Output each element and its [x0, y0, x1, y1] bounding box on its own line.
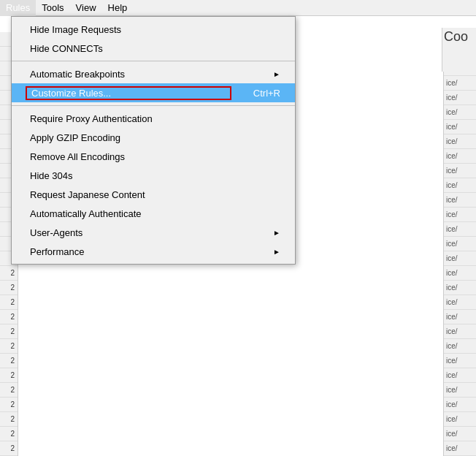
right-cell: ice/ — [444, 178, 476, 193]
submenu-arrow-icon-3: ► — [273, 248, 280, 256]
right-cell: ice/ — [444, 281, 476, 295]
row-num: 2 — [0, 354, 18, 368]
menu-item-automatic-breakpoints[interactable]: Automatic Breakpoints ► — [12, 64, 295, 83]
right-cell: ice/ — [444, 134, 476, 149]
shortcut-label: Ctrl+R — [253, 88, 280, 99]
row-num: 2 — [0, 383, 18, 398]
right-column: cod Re ice/ ice/ ice/ ice/ ice/ ice/ ice… — [443, 32, 476, 456]
right-cell: ice/ — [444, 76, 476, 91]
right-cell: ice/ — [444, 149, 476, 164]
menu-tools[interactable]: Tools — [36, 0, 69, 16]
right-cell: ice/ — [444, 222, 476, 237]
right-cell: ice/ — [444, 237, 476, 251]
right-cell: ice/ — [444, 368, 476, 383]
menu-item-remove-encodings[interactable]: Remove All Encodings — [12, 147, 295, 166]
row-num: 2 — [0, 412, 18, 427]
right-cell: ice/ — [444, 295, 476, 310]
submenu-arrow-icon-2: ► — [273, 229, 280, 237]
menu-item-require-proxy-auth[interactable]: Require Proxy Authentication — [12, 109, 295, 128]
right-cell: ice/ — [444, 208, 476, 222]
menu-view[interactable]: View — [70, 0, 102, 16]
menu-item-user-agents[interactable]: User-Agents ► — [12, 223, 295, 242]
menu-item-hide-image-requests[interactable]: Hide Image Requests — [12, 20, 295, 39]
row-num: 2 — [0, 441, 18, 456]
menu-help[interactable]: Help — [102, 0, 134, 16]
row-num: 2 — [0, 324, 18, 339]
right-cell: ice/ — [444, 164, 476, 178]
menu-item-hide-304s[interactable]: Hide 304s — [12, 166, 295, 185]
partial-text-coo: Coo — [442, 28, 476, 72]
row-num: 2 — [0, 427, 18, 441]
row-num: 2 — [0, 310, 18, 324]
menu-item-hide-connects[interactable]: Hide CONNECTs — [12, 39, 295, 58]
right-cell: ice/ — [444, 339, 476, 354]
menu-item-customize-rules[interactable]: Customize Rules... Ctrl+R — [12, 83, 295, 102]
menu-separator-2 — [12, 105, 295, 106]
right-cell: ice/ — [444, 383, 476, 398]
right-cell: ice/ — [444, 120, 476, 134]
submenu-arrow-icon: ► — [273, 70, 280, 78]
menu-item-performance[interactable]: Performance ► — [12, 242, 295, 261]
right-cell: ice/ — [444, 91, 476, 105]
right-cell: ice/ — [444, 105, 476, 120]
row-num: 2 — [0, 281, 18, 295]
right-cell: ice/ — [444, 354, 476, 368]
row-num: 2 — [0, 295, 18, 310]
right-cell: ice/ — [444, 310, 476, 324]
row-num: 2 — [0, 339, 18, 354]
rules-dropdown-menu: Hide Image Requests Hide CONNECTs Automa… — [11, 16, 296, 265]
menu-item-auto-authenticate[interactable]: Automatically Authenticate — [12, 204, 295, 223]
right-cell: ice/ — [444, 266, 476, 281]
right-cell: ice/ — [444, 193, 476, 208]
right-cell: ice/ — [444, 251, 476, 266]
row-num: 2 — [0, 368, 18, 383]
menu-separator-1 — [12, 61, 295, 61]
right-cell: ice/ — [444, 398, 476, 412]
right-cell: ice/ — [444, 441, 476, 456]
row-num: 2 — [0, 266, 18, 281]
right-cell: ice/ — [444, 324, 476, 339]
menu-item-apply-gzip[interactable]: Apply GZIP Encoding — [12, 128, 295, 147]
menubar: Rules Tools View Help — [0, 0, 476, 16]
right-cell: ice/ — [444, 427, 476, 441]
menu-rules[interactable]: Rules — [0, 0, 36, 16]
right-cell: ice/ — [444, 412, 476, 427]
menu-item-request-japanese[interactable]: Request Japanese Content — [12, 185, 295, 204]
row-num: 2 — [0, 398, 18, 412]
